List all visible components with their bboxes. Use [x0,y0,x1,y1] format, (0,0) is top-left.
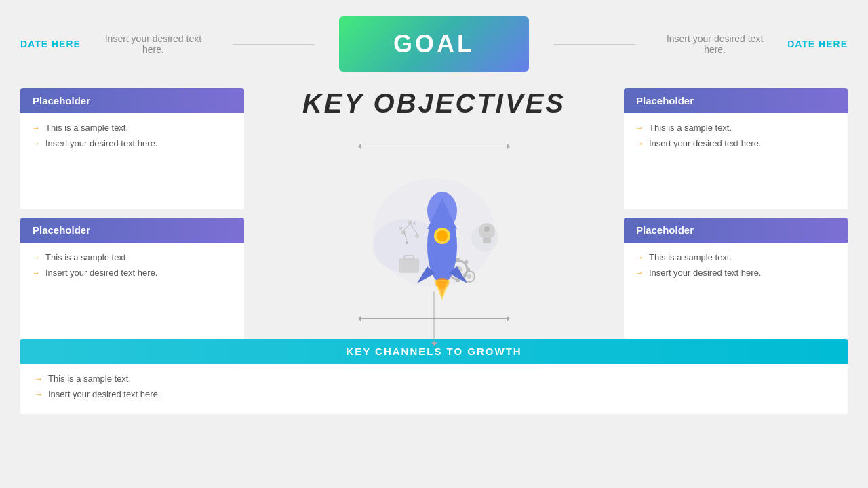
arrow-icon: → [31,138,40,148]
svg-rect-16 [456,279,460,282]
channels-body: → This is a sample text. → Insert your d… [20,364,848,414]
list-item: → Insert your desired text here. [34,389,834,399]
panel-right-top-item1[interactable]: This is a sample text. [649,123,732,133]
svg-rect-25 [483,238,491,243]
panel-right-top: Placeholder → This is a sample text. → I… [624,88,848,209]
panel-left-bottom-item2[interactable]: Insert your desired text here. [45,268,157,278]
svg-point-22 [467,274,471,279]
panel-left-top-item2[interactable]: Insert your desired text here. [45,138,157,148]
arrow-icon: → [31,268,40,278]
svg-point-26 [484,226,490,232]
rocket-illustration: × × [353,158,515,307]
arrow-vertical [434,291,435,346]
line-right [554,44,635,45]
center-area: KEY OBJECTIVES × [258,88,610,339]
arrow-icon: → [635,252,644,262]
left-panels: Placeholder → This is a sample text. → I… [0,88,258,339]
panel-right-top-header[interactable]: Placeholder [624,88,848,113]
panel-left-bottom-item1[interactable]: This is a sample text. [45,252,128,262]
svg-text:×: × [399,225,403,232]
panel-left-bottom-body: → This is a sample text. → Insert your d… [20,243,244,293]
arrow-icon: → [31,123,40,133]
panel-right-bottom: Placeholder → This is a sample text. → I… [624,218,848,339]
rocket-area: × × [258,125,610,339]
list-item: → Insert your desired text here. [635,268,837,278]
date-right[interactable]: DATE HERE [787,39,848,49]
svg-point-4 [415,234,419,238]
arrow-top [359,146,509,146]
panel-left-top-item1[interactable]: This is a sample text. [45,123,128,133]
panel-left-top: Placeholder → This is a sample text. → I… [20,88,244,209]
panel-right-top-item2[interactable]: Insert your desired text here. [649,138,761,148]
line-left [233,44,314,45]
panel-right-bottom-item2[interactable]: Insert your desired text here. [649,268,761,278]
arrow-icon: → [34,389,43,399]
text-insert-left[interactable]: Insert your desired text here. [99,33,208,55]
panel-right-top-body: → This is a sample text. → Insert your d… [624,113,848,163]
middle-section: Placeholder → This is a sample text. → I… [0,88,868,339]
list-item: → This is a sample text. [635,123,837,133]
panel-left-bottom: Placeholder → This is a sample text. → I… [20,218,244,339]
list-item: → This is a sample text. [31,252,233,262]
right-panels: Placeholder → This is a sample text. → I… [610,88,868,339]
list-item: → Insert your desired text here. [635,138,837,148]
channels-item2[interactable]: Insert your desired text here. [48,389,160,399]
panel-left-top-body: → This is a sample text. → Insert your d… [20,113,244,163]
arrow-icon: → [34,373,43,384]
panel-left-bottom-header[interactable]: Placeholder [20,218,244,243]
list-item: → This is a sample text. [34,373,834,384]
channels-item1[interactable]: This is a sample text. [48,373,131,384]
panel-right-bottom-header[interactable]: Placeholder [624,218,848,243]
list-item: → This is a sample text. [635,252,837,262]
arrow-icon: → [31,252,40,262]
list-item: → This is a sample text. [31,123,233,133]
key-objectives-title: KEY OBJECTIVES [302,88,566,119]
slide: DATE HERE Insert your desired text here.… [0,0,868,488]
svg-text:×: × [412,220,416,227]
panel-right-bottom-item1[interactable]: This is a sample text. [649,252,732,262]
arrow-icon: → [635,268,644,278]
svg-point-35 [437,230,448,241]
svg-rect-15 [456,258,460,262]
panel-left-top-header[interactable]: Placeholder [20,88,244,113]
date-left[interactable]: DATE HERE [20,39,81,49]
top-bar: DATE HERE Insert your desired text here.… [0,0,868,88]
panel-right-bottom-body: → This is a sample text. → Insert your d… [624,243,848,293]
text-insert-right[interactable]: Insert your desired text here. [660,33,769,55]
list-item: → Insert your desired text here. [31,138,233,148]
bottom-section: KEY CHANNELS TO GROWTH → This is a sampl… [0,339,868,414]
list-item: → Insert your desired text here. [31,268,233,278]
goal-box[interactable]: GOAL [339,16,529,72]
svg-rect-11 [399,258,419,273]
arrow-icon: → [635,138,644,148]
arrow-icon: → [635,123,644,133]
svg-point-5 [406,241,408,244]
